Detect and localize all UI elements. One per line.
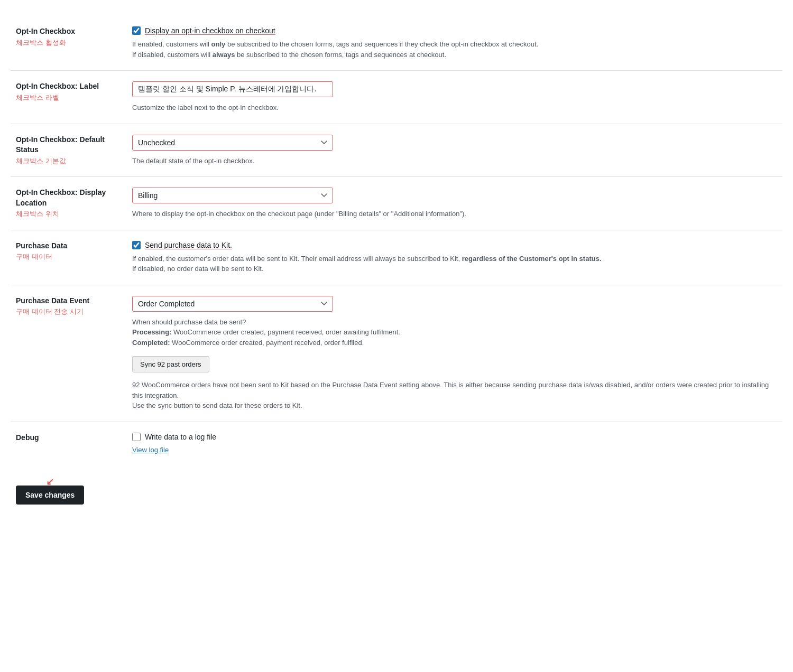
opt-in-default-status-description: The default state of the opt-in checkbox…: [132, 156, 777, 166]
purchase-data-checkbox-label[interactable]: Send purchase data to Kit.: [145, 241, 232, 249]
sync-desc-line1: 92 WooCommerce orders have not been sent…: [132, 381, 769, 399]
opt-in-label-title: Opt-In Checkbox: Label: [16, 81, 122, 92]
opt-in-display-location-select[interactable]: Billing Additional information: [132, 188, 333, 203]
opt-in-label-description: Customize the label next to the opt-in c…: [132, 102, 777, 113]
opt-in-default-status-title: Opt-In Checkbox: Default Status: [16, 135, 122, 155]
opt-in-checkbox-desc-line1: If enabled, customers will only be subsc…: [132, 40, 538, 48]
purchase-data-description: If enabled, the customer's order data wi…: [132, 254, 777, 274]
save-changes-button[interactable]: ↙ Save changes: [16, 486, 84, 505]
purchase-data-desc-line2: If disabled, no order data will be sent …: [132, 265, 264, 273]
purchase-data-event-when: When should purchase data be sent?: [132, 318, 246, 326]
opt-in-label-row: Opt-In Checkbox: Label 체크박스 라벨 Customize…: [11, 71, 782, 124]
opt-in-checkbox-checkbox-label[interactable]: Display an opt-in checkbox on checkout: [145, 26, 275, 35]
purchase-data-event-completed: Completed: WooCommerce order created, pa…: [132, 339, 364, 347]
purchase-data-title: Purchase Data: [16, 241, 122, 251]
debug-title: Debug: [16, 433, 122, 443]
opt-in-default-status-select[interactable]: Unchecked Checked: [132, 135, 333, 151]
purchase-data-event-description: When should purchase data be sent? Proce…: [132, 317, 777, 348]
sync-description: 92 WooCommerce orders have not been sent…: [132, 380, 777, 411]
opt-in-checkbox-desc-line2: If disabled, customers will always be su…: [132, 51, 446, 59]
opt-in-display-location-korean: 체크박스 위치: [16, 209, 122, 219]
opt-in-checkbox-label-korean: 체크박스 활성화: [16, 38, 122, 48]
opt-in-default-status-korean: 체크박스 기본값: [16, 156, 122, 166]
debug-checkbox-label[interactable]: Write data to a log file: [145, 433, 216, 441]
sync-desc-line2: Use the sync button to send data for the…: [132, 402, 302, 409]
opt-in-checkbox-input[interactable]: [132, 26, 141, 35]
opt-in-checkbox-row: Opt-In Checkbox 체크박스 활성화 Display an opt-…: [11, 16, 782, 71]
purchase-data-korean: 구매 데이터: [16, 252, 122, 262]
arrow-indicator: ↙: [46, 476, 54, 488]
save-button-label: Save changes: [25, 491, 75, 499]
debug-row: Debug Write data to a log file View log …: [11, 422, 782, 464]
opt-in-checkbox-description: If enabled, customers will only be subsc…: [132, 39, 777, 60]
view-log-file-link[interactable]: View log file: [132, 446, 169, 454]
opt-in-label-korean: 체크박스 라벨: [16, 93, 122, 102]
purchase-data-row: Purchase Data 구매 데이터 Send purchase data …: [11, 230, 782, 285]
debug-checkbox-input[interactable]: [132, 433, 141, 441]
sync-past-orders-button[interactable]: Sync 92 past orders: [132, 356, 209, 372]
opt-in-checkbox-label-title: Opt-In Checkbox: [16, 26, 122, 37]
purchase-data-event-processing: Processing: WooCommerce order created, p…: [132, 328, 400, 336]
opt-in-label-input[interactable]: [132, 81, 333, 97]
purchase-data-event-korean: 구매 데이터 전송 시기: [16, 307, 122, 316]
settings-table: Opt-In Checkbox 체크박스 활성화 Display an opt-…: [11, 16, 782, 464]
purchase-data-event-title: Purchase Data Event: [16, 296, 122, 306]
opt-in-display-location-title: Opt-In Checkbox: Display Location: [16, 188, 122, 208]
purchase-data-event-row: Purchase Data Event 구매 데이터 전송 시기 Order C…: [11, 285, 782, 422]
purchase-data-event-select[interactable]: Order Completed Order Processing: [132, 296, 333, 312]
opt-in-display-location-row: Opt-In Checkbox: Display Location 체크박스 위…: [11, 177, 782, 230]
purchase-data-desc-line1: If enabled, the customer's order data wi…: [132, 255, 602, 263]
opt-in-default-status-row: Opt-In Checkbox: Default Status 체크박스 기본값…: [11, 124, 782, 177]
purchase-data-checkbox-input[interactable]: [132, 241, 141, 249]
opt-in-display-location-description: Where to display the opt-in checkbox on …: [132, 209, 777, 219]
